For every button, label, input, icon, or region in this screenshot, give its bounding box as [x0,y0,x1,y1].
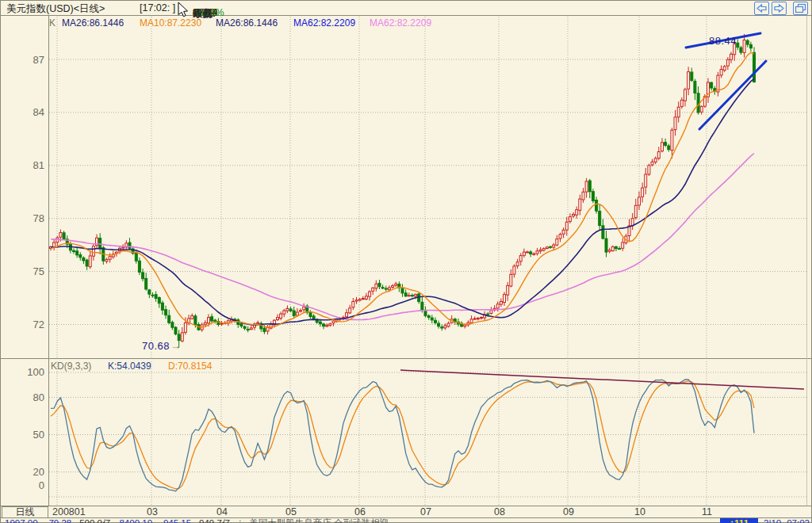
quote-bar: 美元指数(USD)<日线> [17:02: ] 最新:85.72-2.19%今开… [0,0,812,16]
status-segment: | [239,518,241,523]
price-tick: 75 [33,265,44,277]
grid: 8784817875721008050200200801030405060708… [27,17,806,517]
status-segment: ↑111 [720,518,758,523]
month-tick: 06 [354,506,366,517]
status-bar: 1997.00-79.28500.0亿8400.10-945.15949.7亿|… [0,518,812,523]
status-segment: 8400.10 [119,518,152,523]
price-tick: 81 [33,159,44,171]
month-tick: 07 [420,506,431,517]
month-tick: 04 [216,506,228,517]
kd-label: K:54.0439 [108,361,151,372]
kd-label: KD(9,3,3) [51,361,91,372]
status-segment: -945.15 [160,518,191,523]
forward-arrow-button[interactable] [772,2,787,15]
status-segment: 500.0亿 [79,518,111,523]
kd-tick: 0 [39,479,44,491]
clock: [17:02: ] [140,2,175,13]
status-segment: 1997.00 [5,518,38,523]
ma-label: MA62:82.2209 [293,17,355,29]
ma-label: MA62:82.2209 [370,17,431,29]
kd-label: D:70.8154 [168,361,213,372]
kd-k-line [51,380,754,491]
month-tick: 200801 [52,506,86,517]
kd-tick: 50 [33,429,44,441]
month-tick: 03 [147,506,158,517]
window-restore-button[interactable] [793,2,808,15]
price-tick: 87 [33,54,44,66]
app-window: { "title_bar": { "title": "美元指数(USD)<日线>… [0,0,812,523]
month-tick: 05 [285,506,297,517]
status-right: ↑1112|1007:02 [720,518,810,523]
ma-label: MA26:86.1446 [62,17,124,29]
price-annotation: → [170,340,182,352]
chart-canvas[interactable]: 8784817875721008050200200801030405060708… [0,0,812,523]
status-segment: 美国大型股生息商店 全副武装相迎 [249,518,389,523]
candlestick-series[interactable] [50,34,756,348]
month-tick: 09 [563,506,574,517]
back-arrow-button[interactable] [754,2,769,15]
month-tick: 08 [494,506,505,517]
status-segment: 949.7亿 [199,518,231,523]
ma-label: MA26:86.1446 [216,17,278,29]
forward-arrow-icon [773,3,785,13]
period-cell[interactable]: 日线 [2,506,48,518]
month-tick: 11 [702,506,712,517]
back-arrow-icon [756,3,768,13]
kd-tick: 80 [33,391,44,403]
period-label: 日线 [16,506,35,519]
nav-icons [754,2,808,15]
status-segment: 2|10 [764,518,781,523]
kd-trendline[interactable] [400,370,804,389]
mouse-cursor [178,2,190,18]
kd-tick: 20 [33,466,44,478]
status-left: 1997.00-79.28500.0亿8400.10-945.15949.7亿|… [5,518,389,523]
symbol-title: 美元指数(USD)<日线> [6,2,105,16]
price-annotation: 88.44 [709,35,737,47]
status-segment: 07:02 [787,518,810,523]
price-tick: 72 [33,319,44,330]
price-tick: 78 [33,212,44,224]
kd-tick: 100 [27,366,44,378]
status-segment: -79.28 [46,518,72,523]
window-restore-icon [795,3,806,13]
ma-label: K [49,17,56,29]
price-annotation: 70.68 [142,340,170,352]
price-tick: 84 [33,106,44,118]
month-tick: 10 [634,506,645,517]
